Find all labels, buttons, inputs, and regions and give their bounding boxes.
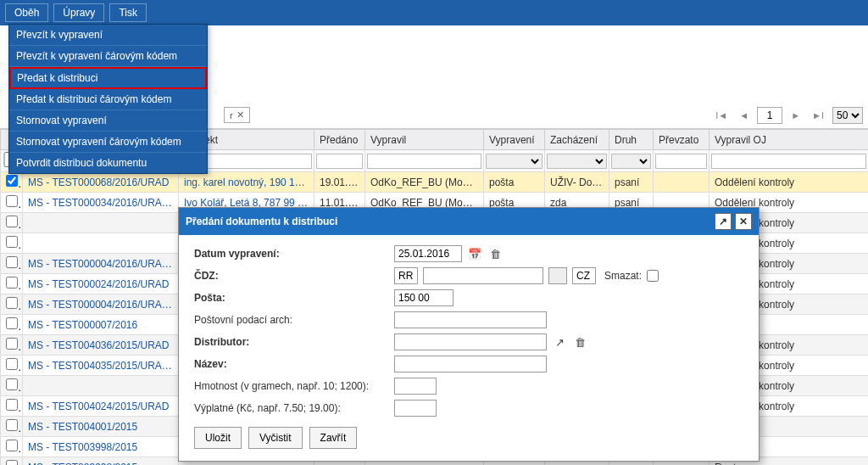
row-checkbox[interactable] xyxy=(6,358,18,370)
upravy-button[interactable]: Úpravy xyxy=(53,3,104,22)
modal-close-icon[interactable]: ✕ xyxy=(735,213,752,230)
clear-date-icon[interactable]: 🗑 xyxy=(487,246,503,261)
col-predano[interactable]: Předáno xyxy=(314,130,365,150)
input-hmotnost[interactable] xyxy=(394,378,437,395)
input-nazev[interactable] xyxy=(394,356,547,373)
cdz-spacer xyxy=(548,267,567,284)
filter-prevzato[interactable] xyxy=(655,154,707,169)
page-size-select[interactable]: 50 xyxy=(832,107,863,124)
col-vypravil-oj[interactable]: Vypravil OJ xyxy=(709,130,869,150)
col-druh[interactable]: Druh xyxy=(609,130,654,150)
row-checkbox[interactable] xyxy=(6,317,18,329)
row-checkbox[interactable] xyxy=(6,440,18,451)
table-row[interactable]: MS - TEST000068/2016/URADing. karel novo… xyxy=(1,172,869,193)
row-checkbox[interactable] xyxy=(6,297,18,309)
tisk-button[interactable]: Tisk xyxy=(109,3,147,22)
input-datum[interactable] xyxy=(394,245,462,262)
row-checkbox[interactable] xyxy=(6,236,18,248)
input-posta[interactable] xyxy=(394,289,453,306)
page-number-input[interactable] xyxy=(757,107,782,124)
row-checkbox[interactable] xyxy=(6,195,18,207)
page-next-icon[interactable]: ► xyxy=(787,110,804,120)
table-cell xyxy=(1,213,23,233)
obeh-button[interactable]: Oběh xyxy=(5,3,48,22)
col-prevzato[interactable]: Převzato xyxy=(654,130,709,150)
row-checkbox[interactable] xyxy=(6,338,18,350)
table-cell xyxy=(1,274,23,294)
label-hmotnost: Hmotnost (v gramech, např. 10; 1200): xyxy=(194,380,389,392)
table-cell: ing. karel novotný, 190 11 Pr xyxy=(179,172,314,193)
table-cell: MS - TEST004024/2015/URAD xyxy=(23,396,179,417)
row-checkbox[interactable] xyxy=(6,216,18,227)
col-vypravil[interactable]: Vypravil xyxy=(365,130,484,150)
table-cell xyxy=(23,233,179,254)
table-cell: Oddělení kontroly xyxy=(709,172,869,193)
table-cell: psaní xyxy=(609,172,654,193)
row-checkbox[interactable] xyxy=(6,399,18,411)
table-cell xyxy=(1,193,23,213)
input-cdz-number[interactable] xyxy=(423,267,543,284)
dropdown-item[interactable]: Stornovat vypravení čárovým kódem xyxy=(9,132,207,153)
page-prev-icon[interactable]: ◄ xyxy=(736,110,752,120)
filter-chip-close-icon[interactable]: ✕ xyxy=(236,109,244,120)
table-cell xyxy=(23,213,179,233)
label-nazev: Název: xyxy=(194,358,389,370)
table-cell: MS - TEST004001/2015 xyxy=(23,417,179,437)
page-first-icon[interactable]: I◄ xyxy=(712,110,731,120)
save-button[interactable]: Uložit xyxy=(194,427,242,449)
input-arch[interactable] xyxy=(394,311,547,328)
filter-chip[interactable]: r ✕ xyxy=(224,107,250,123)
dropdown-item[interactable]: Převzít k vypravení čárovým kódem xyxy=(9,46,207,67)
row-checkbox[interactable] xyxy=(6,256,18,268)
row-checkbox[interactable] xyxy=(6,277,18,289)
filter-zachazeni[interactable] xyxy=(547,154,607,169)
table-cell xyxy=(1,417,23,437)
col-zachazeni[interactable]: Zacházení xyxy=(545,130,609,150)
table-cell: 19.01.2016 xyxy=(314,172,365,193)
row-checkbox[interactable] xyxy=(6,419,18,431)
lookup-distributor-icon[interactable]: ↗ xyxy=(552,334,567,350)
table-cell xyxy=(654,172,709,193)
clear-button[interactable]: Vyčistit xyxy=(248,427,303,449)
dropdown-item[interactable]: Předat k distribuci xyxy=(9,67,207,89)
clear-distributor-icon[interactable]: 🗑 xyxy=(572,334,587,350)
modal-title-text: Předání dokumentu k distribuci xyxy=(186,216,337,227)
dropdown-item[interactable]: Předat k distribuci čárovým kódem xyxy=(9,89,207,110)
calendar-icon[interactable]: 📅 xyxy=(467,246,482,261)
top-bar: Oběh Úpravy Tisk xyxy=(0,0,868,25)
col-vypraveni[interactable]: Vypravení xyxy=(484,130,545,150)
table-cell xyxy=(1,437,23,457)
label-datum: Datum vypravení: xyxy=(194,248,389,260)
dropdown-item[interactable]: Potvrdit distribuci dokumentu xyxy=(9,153,207,173)
filter-predano[interactable] xyxy=(316,154,363,169)
filter-oj[interactable] xyxy=(711,154,866,169)
table-cell: MS - TEST003998/2015 xyxy=(23,457,179,466)
dropdown-item[interactable]: Převzít k vypravení xyxy=(9,25,207,46)
modal-popout-icon[interactable]: ↗ xyxy=(715,213,732,230)
row-checkbox[interactable] xyxy=(6,378,18,390)
table-cell: MS - TEST004035/2015/URAD/01 xyxy=(23,356,179,376)
table-cell: MS - TEST000024/2016/URAD xyxy=(23,274,179,294)
modal-titlebar[interactable]: Předání dokumentu k distribuci ↗ ✕ xyxy=(179,208,759,235)
checkbox-smazat[interactable] xyxy=(647,270,659,282)
filter-vypravil[interactable] xyxy=(367,154,481,169)
page-last-icon[interactable]: ►I xyxy=(809,110,827,120)
table-cell: UŽIV- Dodejk xyxy=(545,172,609,193)
table-cell xyxy=(1,335,23,356)
row-checkbox[interactable] xyxy=(6,175,18,187)
input-cdz-prefix[interactable] xyxy=(394,267,418,284)
filter-druh[interactable] xyxy=(611,154,651,169)
filter-chip-label: r xyxy=(230,110,233,120)
label-vyplatne: Výplatné (Kč, např. 7.50; 19.00): xyxy=(194,402,389,414)
filter-vypraveni[interactable] xyxy=(486,154,542,169)
dropdown-item[interactable]: Stornovat vypravení xyxy=(9,110,207,132)
input-vyplatne[interactable] xyxy=(394,400,437,417)
table-cell: MS - TEST003998/2015 xyxy=(23,437,179,457)
label-posta: Pošta: xyxy=(194,292,389,304)
table-cell xyxy=(1,254,23,274)
row-checkbox[interactable] xyxy=(6,460,18,465)
close-button[interactable]: Zavřít xyxy=(309,427,358,449)
label-smazat: Smazat: xyxy=(604,270,642,282)
input-distributor[interactable] xyxy=(394,333,547,350)
input-cdz-suffix[interactable] xyxy=(572,267,596,284)
